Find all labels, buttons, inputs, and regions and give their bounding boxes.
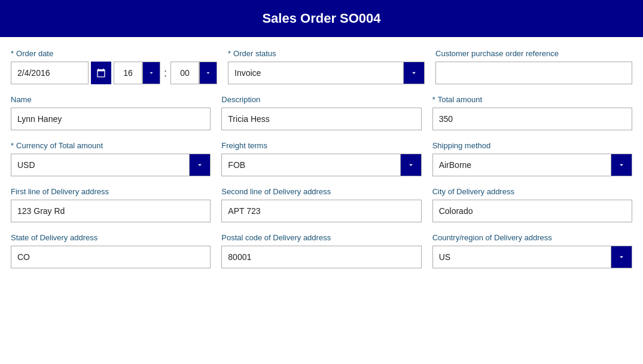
min-dropdown-button[interactable] <box>199 62 217 84</box>
postal-input[interactable] <box>221 246 421 268</box>
currency-dropdown-button[interactable] <box>189 154 211 176</box>
hour-input[interactable] <box>114 62 142 84</box>
delivery1-label: First line of Delivery address <box>11 187 211 196</box>
freight-input[interactable] <box>221 154 421 176</box>
shipping-dropdown-button[interactable] <box>611 154 632 176</box>
shipping-select-wrapper <box>432 154 632 176</box>
freight-group: Freight terms <box>221 141 421 176</box>
freight-label: Freight terms <box>221 141 421 150</box>
description-input[interactable] <box>221 108 421 130</box>
shipping-label: Shipping method <box>432 141 632 150</box>
currency-label: Currency of Total amount <box>16 141 103 150</box>
order-date-label: Order date <box>16 49 53 58</box>
min-select-wrapper <box>170 62 217 84</box>
description-group: Description <box>221 95 421 130</box>
name-input[interactable] <box>11 108 211 130</box>
delivery1-input[interactable] <box>11 200 211 222</box>
country-select-wrapper <box>432 246 632 268</box>
state-group: State of Delivery address <box>11 233 211 268</box>
min-input[interactable] <box>170 62 199 84</box>
country-group: Country/region of Delivery address <box>432 233 632 268</box>
customer-po-input[interactable] <box>435 62 632 84</box>
time-colon: : <box>163 67 168 79</box>
state-input[interactable] <box>11 246 211 268</box>
postal-group: Postal code of Delivery address <box>221 233 421 268</box>
currency-input[interactable] <box>11 154 211 176</box>
order-status-label: Order status <box>233 49 276 58</box>
calendar-icon[interactable] <box>91 62 111 84</box>
shipping-input[interactable] <box>432 154 632 176</box>
required-star-order-status: * <box>228 49 231 58</box>
order-status-group: * Order status <box>228 49 425 84</box>
total-amount-group: * Total amount <box>432 95 632 130</box>
delivery1-group: First line of Delivery address <box>11 187 211 222</box>
postal-label: Postal code of Delivery address <box>221 233 421 242</box>
delivery2-group: Second line of Delivery address <box>221 187 421 222</box>
country-input[interactable] <box>432 246 632 268</box>
city-group: City of Delivery address <box>432 187 632 222</box>
currency-select-wrapper <box>11 154 211 176</box>
country-dropdown-button[interactable] <box>611 246 632 268</box>
order-status-input[interactable] <box>228 62 425 84</box>
order-status-select-wrapper <box>228 62 425 84</box>
name-label: Name <box>11 95 211 104</box>
hour-dropdown-button[interactable] <box>142 62 160 84</box>
total-amount-label: Total amount <box>438 95 482 104</box>
freight-select-wrapper <box>221 154 421 176</box>
customer-po-group: Customer purchase order reference <box>435 49 632 84</box>
required-star-total: * <box>432 95 435 104</box>
shipping-group: Shipping method <box>432 141 632 176</box>
delivery2-label: Second line of Delivery address <box>221 187 421 196</box>
state-label: State of Delivery address <box>11 233 211 242</box>
hour-select-wrapper <box>114 62 160 84</box>
required-star-currency: * <box>11 141 14 150</box>
order-status-dropdown-button[interactable] <box>403 62 425 84</box>
customer-po-label: Customer purchase order reference <box>435 49 632 58</box>
city-label: City of Delivery address <box>432 187 632 196</box>
required-star-order-date: * <box>11 49 14 58</box>
name-group: Name <box>11 95 211 130</box>
description-label: Description <box>221 95 421 104</box>
currency-group: * Currency of Total amount <box>11 141 211 176</box>
order-date-group: * Order date : <box>11 49 217 84</box>
page-title: Sales Order SO004 <box>0 0 643 37</box>
city-input[interactable] <box>432 200 632 222</box>
freight-dropdown-button[interactable] <box>400 154 422 176</box>
total-amount-input[interactable] <box>432 108 632 130</box>
country-label: Country/region of Delivery address <box>432 233 632 242</box>
order-date-input[interactable] <box>11 62 89 84</box>
delivery2-input[interactable] <box>221 200 421 222</box>
